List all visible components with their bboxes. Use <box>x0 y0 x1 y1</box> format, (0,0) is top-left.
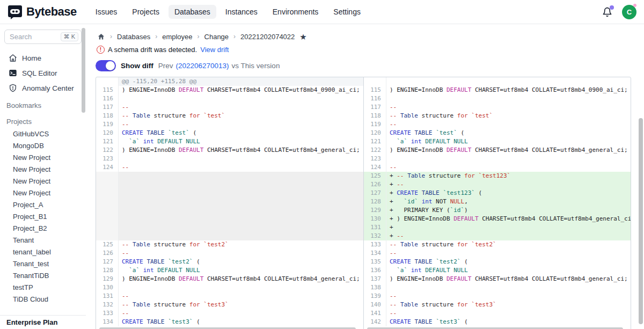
sidebar-item-home[interactable]: Home <box>0 50 86 65</box>
sidebar-project-tidb-cloud[interactable]: TiDB Cloud <box>0 293 86 305</box>
sidebar: Search ⌘ K Home SQL Editor Anomaly Ce <box>0 24 86 329</box>
breadcrumb-separator: › <box>197 33 200 40</box>
code-line: -- Table structure for `test3` <box>119 301 363 309</box>
show-diff-label: Show diff <box>121 62 153 70</box>
code-line: + CREATE TABLE `test123` ( <box>386 189 631 198</box>
notifications-button[interactable] <box>602 7 612 17</box>
favorite-star-icon[interactable]: ★ <box>299 33 306 41</box>
sidebar-project-tenant[interactable]: Tenant <box>0 234 86 246</box>
sidebar-project-new-project[interactable]: New Project <box>0 163 86 175</box>
code-line: + -- <box>386 232 631 240</box>
breadcrumb-item-20221202074022[interactable]: 20221202074022 <box>240 33 295 41</box>
right-diff-row: 120CREATE TABLE `test` ( <box>364 129 631 137</box>
code-line: -- <box>119 249 363 258</box>
breadcrumb-items: ›Databases›employee›Change›2022120207402… <box>110 33 295 41</box>
sidebar-project-new-project[interactable]: New Project <box>0 175 86 187</box>
breadcrumb-separator: › <box>110 33 112 40</box>
line-number: 131 <box>364 223 386 232</box>
toggle-knob <box>106 61 115 70</box>
sidebar-item-anomaly-center[interactable]: Anomaly Center <box>0 81 86 96</box>
nav-item-issues[interactable]: Issues <box>90 5 123 19</box>
left-diff-row: 126-- <box>96 249 363 258</box>
left-diff-row: @@ -115,20 +115,28 @@ <box>96 77 363 86</box>
vs-this-version-label: vs This version <box>232 62 280 70</box>
nav-item-environments[interactable]: Environments <box>267 5 325 19</box>
sidebar-project-githubvcs[interactable]: GitHubVCS <box>0 128 86 140</box>
sidebar-project-new-project[interactable]: New Project <box>0 151 86 163</box>
diff-left-rows: @@ -115,20 +115,28 @@115) ENGINE=InnoDB … <box>96 77 363 326</box>
sidebar-project-project-b1[interactable]: Project_B1 <box>0 210 86 222</box>
nav-item-projects[interactable]: Projects <box>126 5 165 19</box>
home-icon <box>9 54 17 62</box>
notification-badge <box>610 5 614 10</box>
line-number: 129 <box>364 206 386 215</box>
code-line: `a` int DEFAULT NULL <box>119 137 363 146</box>
sidebar-item-sql-editor[interactable]: SQL Editor <box>0 65 86 81</box>
line-number: 126 <box>364 180 386 189</box>
code-line: `a` int DEFAULT NULL <box>386 266 631 275</box>
page-vertical-scrollbar[interactable] <box>639 118 643 324</box>
right-diff-row: 117-- <box>364 103 631 112</box>
breadcrumb-item-databases[interactable]: Databases <box>117 33 150 41</box>
code-line: CREATE TABLE `test` ( <box>386 129 631 137</box>
sidebar-project-tenanttidb[interactable]: TenantTiDB <box>0 269 86 281</box>
sidebar-project-tenant-label[interactable]: tenant_label <box>0 246 86 258</box>
nav-item-instances[interactable]: Instances <box>219 5 264 19</box>
diff-pane-current: 115) ENGINE=InnoDB DEFAULT CHARSET=utf8m… <box>363 77 631 329</box>
bytebase-logo[interactable]: Bytebase <box>8 4 77 19</box>
breadcrumb-home-icon[interactable] <box>97 33 105 41</box>
right-diff-row: 119-- <box>364 120 631 129</box>
sidebar-project-new-project[interactable]: New Project <box>0 187 86 199</box>
right-diff-row: 125+ -- Table structure for `test123` <box>364 172 631 180</box>
breadcrumb-item-employee[interactable]: employee <box>162 33 192 41</box>
right-diff-row: 121 `a` int DEFAULT NULL <box>364 137 631 146</box>
code-line: -- <box>386 292 631 301</box>
line-number: 141 <box>364 309 386 318</box>
hunk-header: @@ -115,20 +115,28 @@ <box>119 77 363 86</box>
right-diff-row: 122) ENGINE=InnoDB DEFAULT CHARSET=utf8m… <box>364 146 631 155</box>
line-number: 129 <box>96 275 119 283</box>
diff-toggle-row: Show diff Prev (202206270013) vs This ve… <box>86 55 644 72</box>
sidebar-project-tenant-test[interactable]: Tenant_test <box>0 258 86 269</box>
prev-version-link[interactable]: (202206270013) <box>176 62 229 70</box>
line-number: 118 <box>364 112 386 120</box>
shield-icon <box>9 84 17 92</box>
code-line: + PRIMARY KEY (`id`) <box>386 206 631 215</box>
line-number: 126 <box>96 249 119 258</box>
line-number: 125 <box>96 240 119 249</box>
right-diff-row: 130+ ) ENGINE=InnoDB DEFAULT CHARSET=utf… <box>364 215 631 223</box>
left-diff-row: 123 <box>96 155 363 163</box>
avatar-status-dot <box>633 4 636 7</box>
code-line: -- <box>119 309 363 318</box>
view-drift-link[interactable]: View drift <box>200 46 229 54</box>
left-diff-row: 121 `a` int DEFAULT NULL <box>96 137 363 146</box>
schema-drift-alert: ! A schema drift was detected. View drif… <box>86 42 644 55</box>
warning-icon: ! <box>97 46 105 54</box>
code-line: + ) ENGINE=InnoDB DEFAULT CHARSET=utf8mb… <box>386 215 631 223</box>
plan-badge: Enterprise Plan <box>0 315 86 329</box>
nav-item-settings[interactable]: Settings <box>327 5 367 19</box>
code-line <box>386 155 631 163</box>
line-number: 138 <box>364 283 386 292</box>
search-input[interactable]: Search ⌘ K <box>4 30 82 44</box>
sidebar-project-testtp[interactable]: testTP <box>0 281 86 293</box>
breadcrumb-item-change[interactable]: Change <box>204 33 229 41</box>
bytebase-logo-icon <box>8 4 23 19</box>
avatar[interactable]: C <box>622 5 636 19</box>
right-diff-row: 116 <box>364 94 631 103</box>
code-line <box>386 283 631 292</box>
sidebar-project-project-b2[interactable]: Project_B2 <box>0 222 86 234</box>
right-diff-row <box>364 77 631 86</box>
line-number: 134 <box>364 249 386 258</box>
show-diff-toggle[interactable] <box>96 60 116 71</box>
nav-item-databases[interactable]: Databases <box>169 5 216 19</box>
sidebar-project-mongodb[interactable]: MongoDB <box>0 140 86 151</box>
code-line: -- Table structure for `test2` <box>386 240 631 249</box>
line-number: 119 <box>96 120 119 129</box>
sidebar-scrollbar[interactable] <box>82 28 85 113</box>
right-diff-row: 127+ CREATE TABLE `test123` ( <box>364 189 631 198</box>
code-line: ) ENGINE=InnoDB DEFAULT CHARSET=utf8mb4 … <box>386 86 631 94</box>
line-number: 120 <box>364 129 386 137</box>
sidebar-project-project-a[interactable]: Project_A <box>0 199 86 210</box>
right-diff-row: 138 <box>364 283 631 292</box>
